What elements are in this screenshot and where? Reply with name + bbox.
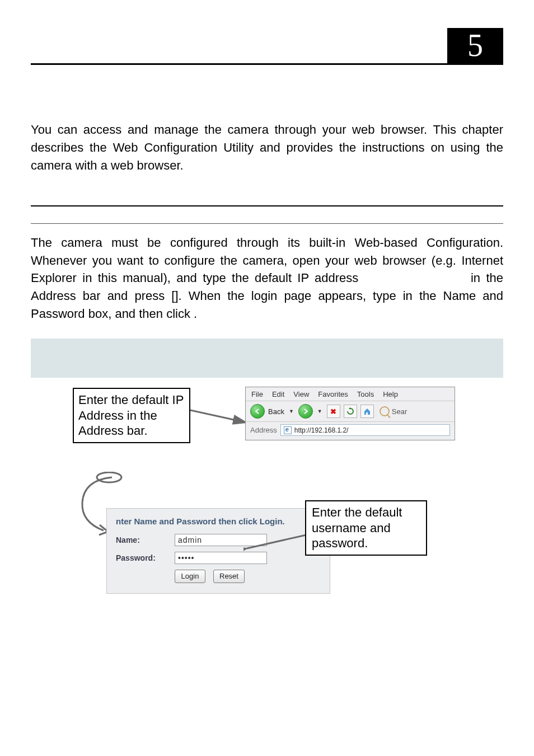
refresh-button-icon[interactable] [344,405,357,418]
configuration-paragraph: The camera must be configured through it… [31,234,503,323]
forward-dropdown-caret-icon[interactable]: ▼ [317,408,322,414]
ie-toolbar: Back ▼ ▼ ✖ Sear [246,401,455,422]
svg-line-3 [247,535,306,548]
ie-address-row: Address http://192.168.1.2/ [246,422,455,440]
body-part-1e: . [194,307,197,321]
login-button[interactable]: Login [175,570,205,583]
chapter-number-badge: 5 [447,28,503,63]
login-panel-title: nter Name and Password then click Login. [116,516,321,526]
chapter-intro-paragraph: You can access and manage the camera thr… [31,121,503,175]
login-password-input[interactable]: ••••• [175,552,267,564]
reset-button[interactable]: Reset [213,570,245,583]
address-url-text: http://192.168.1.2/ [294,426,349,434]
search-label: Sear [392,407,407,416]
menu-file[interactable]: File [251,390,263,398]
menu-favorites[interactable]: Favorites [318,390,348,398]
svg-rect-1 [366,412,368,415]
header-rule [31,63,503,65]
page-icon [284,426,292,434]
section-rule-1 [31,205,503,206]
arrow-from-credentials-callout [243,530,311,553]
menu-tools[interactable]: Tools [357,390,374,398]
body-part-1a: The camera must be configured through it… [31,236,503,285]
menu-view[interactable]: View [293,390,309,398]
callout-credentials: Enter the default username and password. [305,500,427,556]
ie-browser-window: File Edit View Favorites Tools Help Back… [245,387,455,440]
section-rule-2 [31,223,503,224]
login-password-row: Password: ••••• [116,552,321,564]
callout-address-bar: Enter the default IP Address in the Addr… [73,388,190,443]
figures-container: Enter the default IP Address in the Addr… [31,382,503,628]
body-part-1c: ]. When the login page appears, type [175,289,402,303]
forward-button-icon[interactable] [298,404,313,419]
back-button-icon[interactable] [250,404,265,419]
login-password-label: Password: [116,553,175,562]
svg-line-0 [190,410,246,422]
arrow-to-address-bar [190,406,252,428]
login-name-label: Name: [116,536,175,544]
menu-edit[interactable]: Edit [272,390,284,398]
address-bar-input[interactable]: http://192.168.1.2/ [280,424,450,436]
ie-menu-bar: File Edit View Favorites Tools Help [246,387,455,401]
address-label: Address [250,426,277,434]
menu-help[interactable]: Help [383,390,398,398]
login-buttons-row: Login Reset [175,570,321,583]
home-button-icon[interactable] [360,405,374,418]
back-button-label[interactable]: Back [268,407,284,416]
stop-button-icon[interactable]: ✖ [327,405,340,418]
back-dropdown-caret-icon[interactable]: ▼ [289,408,294,414]
note-box [31,339,503,378]
search-icon [380,406,390,416]
search-button[interactable]: Sear [380,406,407,416]
